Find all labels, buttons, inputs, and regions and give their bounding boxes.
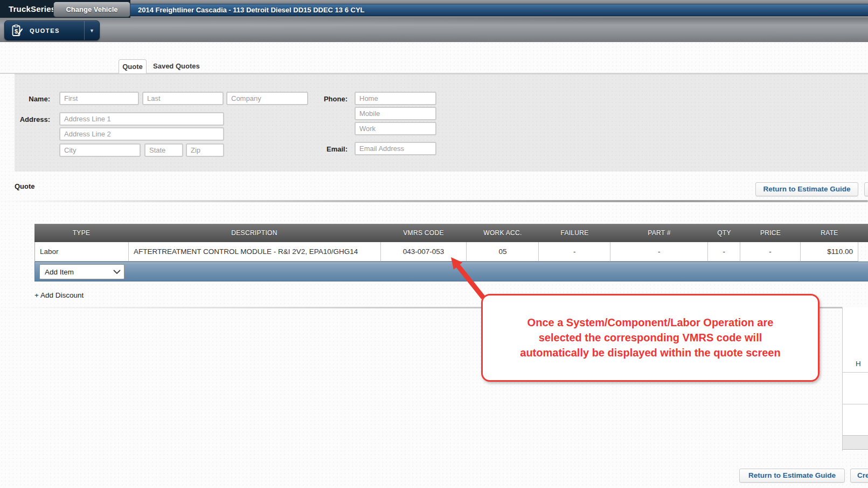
partial-button-top-right[interactable] <box>864 182 868 196</box>
app-logo: TruckSeries <box>9 0 55 18</box>
return-to-estimate-guide-button-top[interactable]: Return to Estimate Guide <box>755 182 858 196</box>
last-name-input[interactable] <box>142 92 224 105</box>
cell-failure: - <box>539 242 610 262</box>
totals-panel-row <box>843 404 868 436</box>
add-item-selected-value: Add Item <box>40 268 110 276</box>
cell-type: Labor <box>35 242 129 262</box>
cell-vmrs-code: 043-007-053 <box>381 242 467 262</box>
quotes-clipboard-dollar-icon: $ <box>11 24 23 37</box>
address-label: Address: <box>16 115 50 123</box>
company-input[interactable] <box>226 92 308 105</box>
city-input[interactable] <box>59 143 141 157</box>
vehicle-title-bar: 2014 Freightliner Cascadia - 113 Detroit… <box>130 0 868 18</box>
state-input[interactable] <box>144 143 183 157</box>
cell-part: - <box>610 242 708 262</box>
create-button-cutoff[interactable]: Cre <box>850 469 868 483</box>
tab-saved-quotes[interactable]: Saved Quotes <box>151 59 202 73</box>
column-header-work-acc: WORK ACC. <box>467 224 539 242</box>
zip-input[interactable] <box>186 143 224 157</box>
annotation-text: Once a System/Component/Labor Operation … <box>505 315 795 360</box>
address-line-1-input[interactable] <box>59 112 224 126</box>
column-header-failure: FAILURE <box>539 224 610 242</box>
column-header-rate: RATE <box>801 224 858 242</box>
tab-quote[interactable]: Quote <box>119 59 147 73</box>
column-header-price: PRICE <box>740 224 801 242</box>
column-header-vmrs-code: VMRS CODE <box>380 224 467 242</box>
phone-home-input[interactable] <box>355 92 436 105</box>
customer-info-panel: Name: Address: Phone: Email: <box>15 74 868 171</box>
change-vehicle-button[interactable]: Change Vehicle <box>53 2 130 17</box>
totals-panel-cutoff: H <box>842 307 868 451</box>
column-header-extra <box>858 224 868 242</box>
column-header-qty: QTY <box>708 224 740 242</box>
quote-table-row: Labor AFTERTREATMENT CONTROL MODULE - R&… <box>34 242 858 262</box>
add-item-bar: Add Item <box>34 262 868 281</box>
quote-section-title: Quote <box>15 182 35 190</box>
quotes-menu-button[interactable]: $ QUOTES ▼ <box>4 20 100 40</box>
add-discount-link[interactable]: + Add Discount <box>34 291 84 299</box>
chevron-down-icon <box>110 265 124 279</box>
cell-price: - <box>740 242 801 262</box>
totals-panel-row <box>843 373 868 404</box>
cell-rate: $110.00 <box>801 242 858 262</box>
annotation-callout: Once a System/Component/Labor Operation … <box>481 294 820 382</box>
address-line-2-input[interactable] <box>59 127 224 141</box>
quote-table-header: TYPE DESCRIPTION VMRS CODE WORK ACC. FAI… <box>34 224 868 242</box>
phone-label: Phone: <box>315 95 348 103</box>
svg-text:$: $ <box>15 28 18 34</box>
return-to-estimate-guide-button-bottom[interactable]: Return to Estimate Guide <box>739 469 845 483</box>
caret-down-icon: ▼ <box>89 28 94 33</box>
name-label: Name: <box>22 95 50 103</box>
vehicle-bar-top-edge <box>130 0 868 4</box>
phone-mobile-input[interactable] <box>355 107 436 120</box>
cell-work-acc: 05 <box>467 242 539 262</box>
totals-panel-footer-row <box>843 436 868 450</box>
cell-qty: - <box>708 242 740 262</box>
first-name-input[interactable] <box>59 92 139 105</box>
truckseries-app-window: TruckSeries 2014 Freightliner Cascadia -… <box>0 0 868 488</box>
column-header-type: TYPE <box>34 224 128 242</box>
email-input[interactable] <box>355 142 436 155</box>
phone-work-input[interactable] <box>355 122 436 135</box>
quotes-dropdown-caret[interactable]: ▼ <box>84 21 99 40</box>
cell-description: AFTERTREATMENT CONTROL MODULE - R&I 2V2,… <box>129 242 381 262</box>
menu-bar: $ QUOTES ▼ <box>0 18 868 42</box>
quotes-menu-label: QUOTES <box>30 28 84 34</box>
column-header-description: DESCRIPTION <box>128 224 380 242</box>
email-label: Email: <box>316 145 348 153</box>
section-divider <box>0 200 868 202</box>
add-item-select[interactable]: Add Item <box>39 264 124 279</box>
totals-panel-row: H <box>843 307 868 373</box>
totals-panel-partial-label: H <box>856 360 861 368</box>
vehicle-bar-bottom-edge <box>130 16 868 18</box>
vehicle-title: 2014 Freightliner Cascadia - 113 Detroit… <box>130 4 868 16</box>
column-header-part: PART # <box>610 224 708 242</box>
